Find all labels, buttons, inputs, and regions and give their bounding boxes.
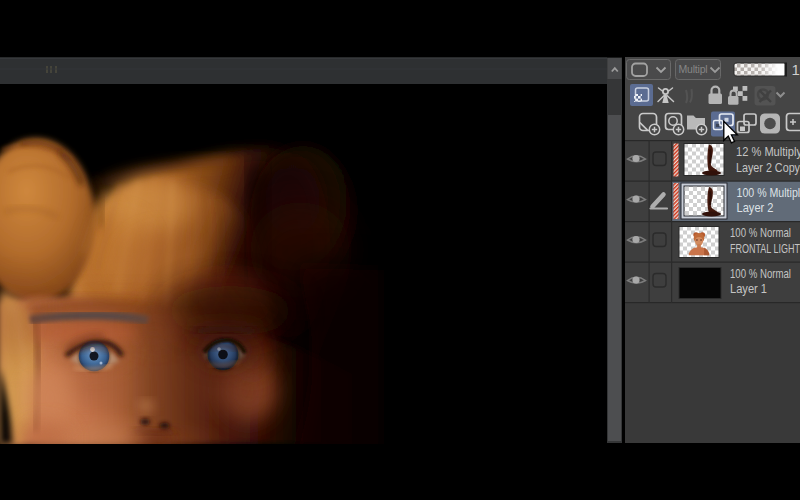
svg-text:12 % Multiply: 12 % Multiply <box>736 145 800 159</box>
svg-text:Multipl: Multipl <box>679 63 708 75</box>
svg-text:100 % Normal: 100 % Normal <box>730 226 791 240</box>
svg-text:FRONTAL LIGHT: FRONTAL LIGHT <box>730 242 800 256</box>
svg-text:100: 100 <box>792 61 800 78</box>
svg-text:Layer 2 Copy: Layer 2 Copy <box>736 161 800 175</box>
svg-text:Layer 1: Layer 1 <box>730 282 767 296</box>
svg-text:Layer 2: Layer 2 <box>737 201 774 215</box>
svg-text:100 % Multiply: 100 % Multiply <box>737 186 800 200</box>
svg-text:100 % Normal: 100 % Normal <box>730 267 791 281</box>
